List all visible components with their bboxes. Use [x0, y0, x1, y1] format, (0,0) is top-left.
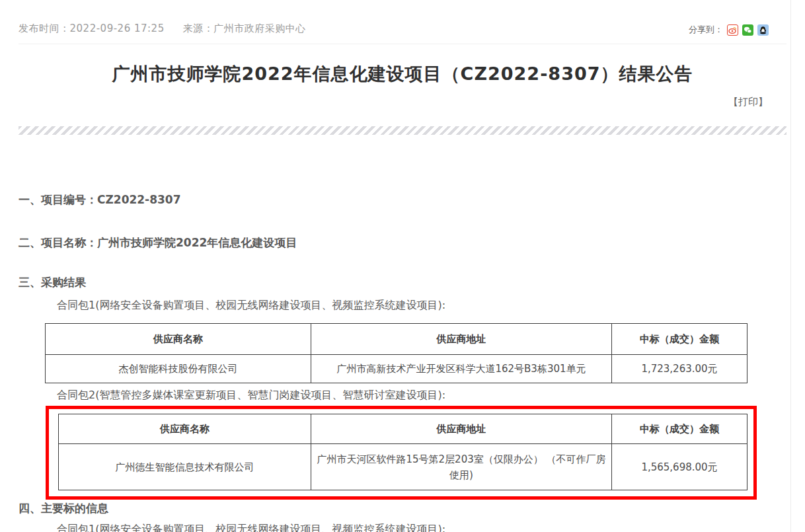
print-button[interactable]: 【打印】 [728, 96, 768, 108]
share-bar: 分享到： [689, 24, 769, 36]
publish-time-value: 2022-09-26 17:25 [70, 22, 165, 34]
header-supplier-name: 供应商名称 [59, 414, 311, 444]
package1-label: 合同包1(网络安全设备购置项目、校园无线网络建设项目、视频监控系统建设项目): [57, 299, 445, 313]
source-label: 来源： [183, 22, 214, 34]
award-amount-cell: 1,565,698.00元 [612, 444, 748, 490]
supplier-name-cell: 广州德生智能信息技术有限公司 [59, 444, 311, 490]
supplier-address-cell: 广州市天河区软件路15号第2层203室（仅限办公） （不可作厂房使用) [311, 444, 612, 490]
package1-result-table: 供应商名称 供应商地址 中标（成交）金额 杰创智能科技股份有限公司 广州市高新技… [45, 323, 748, 383]
table-row: 广州德生智能信息技术有限公司 广州市天河区软件路15号第2层203室（仅限办公）… [59, 444, 748, 490]
source-value: 广州市政府采购中心 [213, 22, 306, 34]
package2-result-table: 供应商名称 供应商地址 中标（成交）金额 广州德生智能信息技术有限公司 广州市天… [58, 414, 748, 490]
meta-row: 发布时间：2022-09-26 17:25来源：广州市政府采购中心 [19, 22, 306, 35]
section-project-name: 二、项目名称：广州市技师学院2022年信息化建设项目 [19, 235, 297, 250]
publish-time-label: 发布时间： [19, 22, 70, 34]
header-award-amount: 中标（成交）金额 [612, 414, 748, 444]
supplier-address-cell: 广州市高新技术产业开发区科学大道162号B3栋301单元 [311, 355, 612, 383]
header-supplier-address: 供应商地址 [311, 414, 612, 444]
weibo-share-icon[interactable] [727, 24, 738, 36]
package2-label: 合同包2(智慧管控多媒体课室更新项目、智慧门岗建设项目、智慧研讨室建设项目): [57, 389, 445, 402]
clipped-bottom-line: 合同包1(网络安全设备购置项目、校园无线网络建设项目、视频监控系统建设项目): [57, 523, 445, 532]
page-title: 广州市技师学院2022年信息化建设项目（CZ2022-8307）结果公告 [0, 62, 805, 86]
section-procurement-result: 三、采购结果 [19, 275, 86, 290]
header-award-amount: 中标（成交）金额 [612, 324, 748, 355]
content-right-border [790, 0, 791, 532]
hatched-divider [19, 126, 786, 135]
table-header-row: 供应商名称 供应商地址 中标（成交）金额 [59, 414, 748, 444]
header-supplier-name: 供应商名称 [46, 324, 311, 355]
header-supplier-address: 供应商地址 [311, 324, 612, 355]
announcement-page: 发布时间：2022-09-26 17:25来源：广州市政府采购中心 分享到： [0, 0, 805, 532]
qq-share-icon[interactable] [757, 24, 769, 36]
award-amount-cell: 1,723,263.00元 [612, 355, 748, 383]
table-row: 杰创智能科技股份有限公司 广州市高新技术产业开发区科学大道162号B3栋301单… [46, 355, 748, 383]
table-header-row: 供应商名称 供应商地址 中标（成交）金额 [46, 324, 748, 355]
section-project-number: 一、项目编号：CZ2022-8307 [19, 192, 181, 208]
share-label: 分享到： [689, 24, 723, 36]
section-main-subject-info: 四、主要标的信息 [19, 501, 108, 516]
meta-separator [19, 44, 786, 44]
wechat-share-icon[interactable] [742, 24, 753, 36]
supplier-name-cell: 杰创智能科技股份有限公司 [46, 355, 311, 383]
